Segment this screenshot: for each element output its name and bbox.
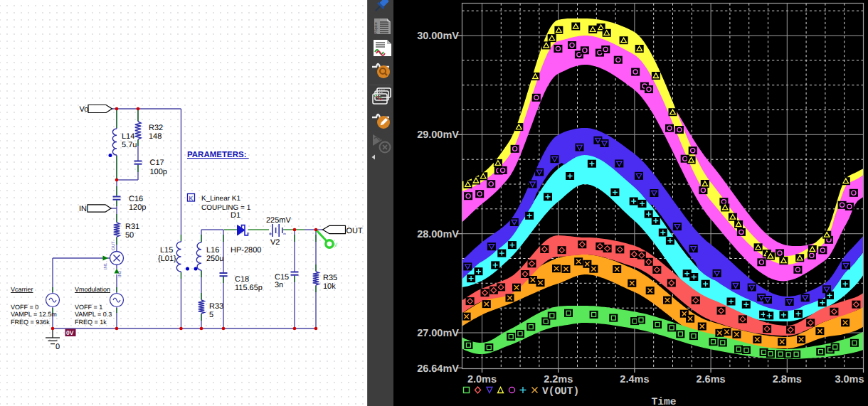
- svg-text:100p: 100p: [150, 168, 167, 176]
- svg-text:Time: Time: [652, 397, 677, 406]
- svg-text:28.00mV: 28.00mV: [417, 229, 459, 240]
- svg-text:5: 5: [209, 311, 213, 319]
- svg-text:K: K: [189, 195, 194, 202]
- svg-text:V: V: [334, 242, 338, 248]
- svg-text:Vmodulation: Vmodulation: [75, 286, 110, 293]
- svg-text:OUT: OUT: [111, 241, 116, 250]
- svg-text:R31: R31: [125, 223, 139, 231]
- svg-text:C18: C18: [235, 275, 249, 284]
- svg-text:148: 148: [149, 132, 162, 141]
- svg-text:30.00mV: 30.00mV: [417, 31, 459, 42]
- svg-text:2.6ms: 2.6ms: [697, 374, 726, 385]
- svg-text:120p: 120p: [129, 203, 146, 212]
- svg-text:2.0ms: 2.0ms: [467, 374, 497, 385]
- svg-text:VAMPL = 12.5m: VAMPL = 12.5m: [11, 311, 57, 318]
- svg-text:PARAMETERS:: PARAMETERS:: [187, 151, 249, 159]
- svg-text:27.00mV: 27.00mV: [417, 328, 459, 339]
- svg-text:R33: R33: [209, 302, 223, 311]
- svg-text:115.65p: 115.65p: [235, 284, 263, 292]
- svg-text:250u: 250u: [206, 255, 223, 263]
- svg-text:L16: L16: [206, 246, 219, 255]
- svg-text:10k: 10k: [323, 282, 336, 291]
- svg-text:PSpice: PSpice: [374, 22, 378, 34]
- svg-text:R35: R35: [323, 274, 337, 282]
- svg-text:2.2ms: 2.2ms: [544, 374, 573, 385]
- svg-text:225mV: 225mV: [266, 216, 292, 225]
- svg-text:IN: IN: [79, 205, 87, 213]
- svg-text:FREQ = 1k: FREQ = 1k: [75, 319, 107, 326]
- svg-text:V2: V2: [270, 238, 280, 247]
- svg-text:50: 50: [125, 231, 134, 240]
- svg-text:C15: C15: [275, 273, 289, 282]
- svg-text:D1: D1: [231, 211, 240, 220]
- svg-text:0V: 0V: [66, 329, 74, 336]
- svg-text:VAMPL = 0.3: VAMPL = 0.3: [75, 311, 112, 318]
- svg-text:V(OUT): V(OUT): [542, 386, 579, 397]
- svg-text:2.8ms: 2.8ms: [773, 374, 802, 385]
- svg-text:FREQ = 936k: FREQ = 936k: [11, 319, 50, 326]
- svg-text:3.0ms: 3.0ms: [835, 374, 864, 385]
- svg-text:L14: L14: [122, 132, 134, 141]
- svg-text:2.4ms: 2.4ms: [620, 374, 649, 385]
- svg-text:5.7u: 5.7u: [122, 141, 137, 149]
- svg-text:C17: C17: [150, 159, 164, 167]
- svg-text:COUPLING = 1: COUPLING = 1: [201, 204, 251, 212]
- svg-text:VOFF = 1: VOFF = 1: [75, 304, 102, 311]
- svg-text:IN1: IN1: [103, 262, 108, 269]
- svg-text:29.00mV: 29.00mV: [417, 129, 459, 141]
- svg-text:VOFF = 0: VOFF = 0: [11, 304, 38, 311]
- svg-text:K_Linear K1: K_Linear K1: [201, 195, 240, 203]
- svg-text:Vcarrier: Vcarrier: [11, 286, 33, 293]
- svg-text:Vo: Vo: [80, 105, 89, 114]
- svg-text:0: 0: [55, 343, 60, 351]
- svg-text:{L01}: {L01}: [158, 255, 176, 263]
- svg-text:3n: 3n: [275, 281, 283, 289]
- svg-text:C16: C16: [129, 195, 143, 203]
- svg-text:26.64mV: 26.64mV: [417, 363, 459, 375]
- svg-text:L15: L15: [160, 246, 173, 255]
- svg-text:IN2: IN2: [117, 270, 122, 277]
- svg-text:R32: R32: [149, 124, 163, 132]
- svg-text:HP-2800: HP-2800: [231, 246, 261, 255]
- svg-text:OUT: OUT: [346, 227, 364, 235]
